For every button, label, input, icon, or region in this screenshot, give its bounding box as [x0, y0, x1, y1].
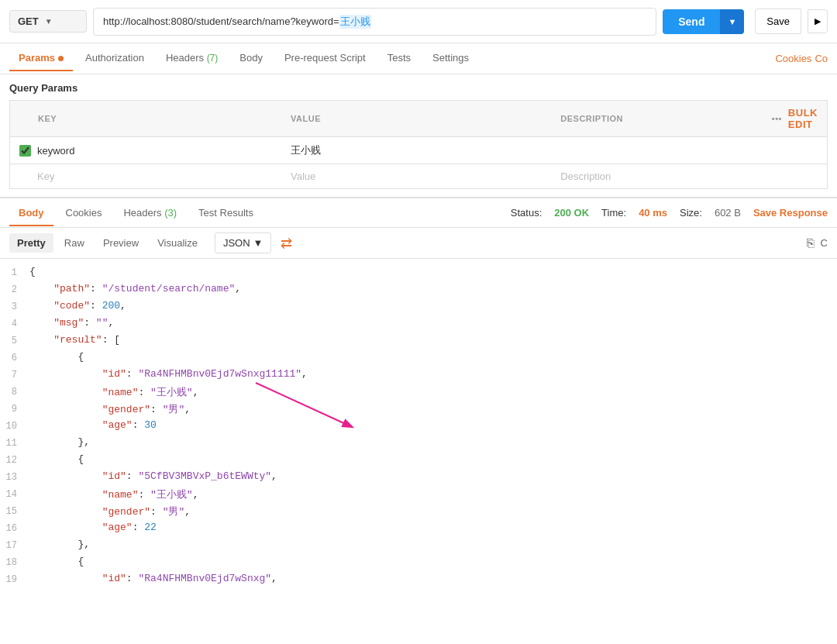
json-line: 14 "name": "王小贱", [0, 487, 837, 504]
body-format-bar: Pretty Raw Preview Visualize JSON ▼ ⇄ ⎘ … [0, 228, 837, 259]
wrap-icon[interactable]: ⇄ [281, 235, 292, 252]
line-number: 5 [0, 334, 29, 346]
line-content: "path": "/student/search/name", [29, 283, 837, 294]
line-number: 8 [0, 385, 29, 398]
line-number: 10 [0, 419, 29, 432]
copy-icon[interactable]: ⎘ [807, 236, 815, 250]
line-content: "gender": "男", [29, 402, 837, 416]
json-line: 1{ [0, 265, 837, 282]
format-dropdown[interactable]: JSON ▼ [215, 232, 272, 253]
resp-tab-body[interactable]: Body [9, 201, 53, 226]
line-content: "id": "Ra4NFHMBnv0Ejd7wSnxg11111", [29, 368, 837, 380]
line-number: 14 [0, 487, 29, 500]
cookies-link[interactable]: Cookies [775, 53, 811, 64]
line-number: 2 [0, 283, 29, 295]
line-number: 13 [0, 470, 29, 483]
format-label: JSON [223, 237, 250, 249]
fmt-tab-preview[interactable]: Preview [95, 233, 146, 253]
col-desc-header: DESCRIPTION [551, 101, 763, 137]
line-content: }, [29, 539, 837, 550]
json-line: 4 "msg": "", [0, 316, 837, 333]
fmt-tab-raw[interactable]: Raw [57, 233, 92, 253]
key-cell: keyword [10, 137, 282, 164]
json-line: 15 "gender": "男", [0, 504, 837, 521]
more-icon[interactable]: C [821, 237, 828, 249]
resp-tab-test-results[interactable]: Test Results [189, 201, 263, 226]
line-content: }, [29, 436, 837, 448]
resp-tab-headers[interactable]: Headers (3) [114, 201, 186, 226]
tab-body[interactable]: Body [230, 46, 272, 71]
url-bar[interactable]: http://localhost:8080/student/search/nam… [93, 8, 656, 36]
json-viewer[interactable]: 1{2 "path": "/student/search/name",3 "co… [0, 259, 837, 644]
line-content: { [29, 556, 837, 567]
tab-prerequest[interactable]: Pre-request Script [275, 46, 375, 71]
line-number: 16 [0, 522, 29, 534]
line-content: { [29, 351, 837, 363]
status-label: Status: [511, 207, 542, 219]
row-checkbox[interactable] [19, 145, 31, 157]
tab-tests[interactable]: Tests [378, 46, 420, 71]
params-table: KEY VALUE DESCRIPTION ••• Bulk Edit [9, 100, 828, 189]
json-line: 9 "gender": "男", [0, 401, 837, 418]
time-label: Time: [601, 207, 626, 219]
save-button[interactable]: Save [755, 9, 801, 34]
send-btn-group: Send ▼ [663, 9, 744, 34]
status-code: 200 OK [554, 207, 589, 219]
top-bar: GET ▼ http://localhost:8080/student/sear… [0, 0, 837, 43]
table-row: keyword 王小贱 [10, 137, 828, 164]
json-line: 8 "name": "王小贱", [0, 384, 837, 401]
bulk-edit-link[interactable]: Bulk Edit [788, 107, 818, 130]
cookies-overflow: Co [815, 53, 828, 64]
line-content: "id": "5CfBV3MBVxP_b6tEWWty", [29, 470, 837, 482]
line-number: 15 [0, 505, 29, 517]
tab-headers[interactable]: Headers (7) [157, 46, 227, 71]
actions-cell [763, 137, 828, 164]
desc-placeholder-cell[interactable]: Description [551, 164, 763, 189]
method-chevron: ▼ [45, 17, 53, 26]
value-placeholder-cell[interactable]: Value [281, 164, 551, 189]
line-number: 17 [0, 539, 29, 551]
line-number: 7 [0, 368, 29, 381]
format-chevron: ▼ [253, 237, 264, 249]
json-line: 16 "age": 22 [0, 521, 837, 538]
resp-tab-cookies[interactable]: Cookies [57, 201, 112, 226]
url-keyword: 王小贱 [339, 15, 371, 29]
line-content: "id": "Ra4NFHMBnv0Ejd7wSnxg", [29, 573, 837, 584]
line-content: "age": 30 [29, 419, 837, 431]
json-line: 10 "age": 30 [0, 418, 837, 436]
line-content: "result": [ [29, 334, 837, 346]
desc-placeholder: Description [560, 170, 611, 182]
save-dropdown-button[interactable]: ▶ [808, 9, 828, 33]
line-number: 4 [0, 317, 29, 329]
key-placeholder: Key [37, 170, 54, 182]
json-line: 6 { [0, 350, 837, 367]
fmt-tab-visualize[interactable]: Visualize [150, 233, 205, 253]
line-content: "msg": "", [29, 317, 837, 329]
line-number: 6 [0, 351, 29, 363]
desc-cell[interactable] [551, 137, 763, 164]
key-value: keyword [37, 145, 74, 157]
col-actions-header: ••• Bulk Edit [763, 101, 828, 137]
save-response-link[interactable]: Save Response [753, 207, 828, 219]
send-button[interactable]: Send [663, 9, 720, 34]
method-select[interactable]: GET ▼ [9, 10, 87, 33]
response-tabs: Body Cookies Headers (3) Test Results St… [0, 197, 837, 228]
col-key-header: KEY [10, 101, 282, 137]
line-content: "name": "王小贱", [29, 385, 837, 399]
tab-settings[interactable]: Settings [423, 46, 478, 71]
param-value: 王小贱 [291, 144, 321, 156]
json-line: 18 { [0, 555, 837, 572]
fmt-tab-pretty[interactable]: Pretty [9, 233, 53, 253]
value-cell[interactable]: 王小贱 [281, 137, 551, 164]
tab-authorization[interactable]: Authorization [76, 46, 153, 71]
tab-params[interactable]: Params [9, 46, 73, 71]
send-dropdown-button[interactable]: ▼ [720, 9, 744, 34]
more-options-icon[interactable]: ••• [772, 114, 782, 123]
json-line: 12 { [0, 453, 837, 470]
line-content: "gender": "男", [29, 505, 837, 518]
json-line: 11 }, [0, 436, 837, 453]
request-tabs: Params Authorization Headers (7) Body Pr… [0, 43, 837, 74]
line-content: { [29, 453, 837, 465]
json-area-wrapper: 1{2 "path": "/student/search/name",3 "co… [0, 259, 837, 644]
key-placeholder-cell[interactable]: Key [10, 164, 282, 189]
